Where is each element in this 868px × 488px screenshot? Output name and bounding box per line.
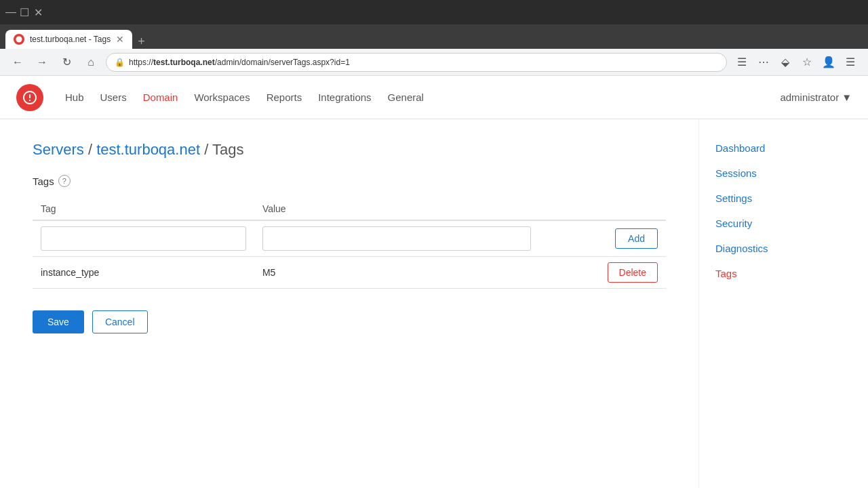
column-action: [539, 198, 666, 220]
section-title-text: Tags: [33, 176, 54, 187]
breadcrumb-server[interactable]: test.turboqa.net: [96, 141, 200, 158]
tab-close-button[interactable]: ✕: [116, 34, 124, 45]
reader-mode-button[interactable]: ☰: [732, 53, 751, 72]
extensions-button[interactable]: ⋯: [754, 53, 773, 72]
reload-button[interactable]: ↻: [57, 53, 76, 72]
tag-input-row: Add: [33, 220, 666, 257]
new-tab-button[interactable]: +: [132, 35, 151, 49]
nav-users[interactable]: Users: [100, 92, 127, 103]
main-nav: Hub Users Domain Workspaces Reports Inte…: [65, 92, 852, 103]
app-logo: [16, 84, 43, 111]
sidebar: Dashboard Sessions Settings Security Dia…: [698, 119, 868, 488]
forward-button[interactable]: →: [33, 53, 52, 72]
cancel-button[interactable]: Cancel: [92, 310, 148, 333]
nav-integrations[interactable]: Integrations: [318, 92, 371, 103]
pocket-button[interactable]: ⬙: [776, 53, 795, 72]
menu-button[interactable]: ☰: [841, 53, 860, 72]
browser-tab[interactable]: test.turboqa.net - Tags ✕: [5, 30, 132, 49]
add-tag-button[interactable]: Add: [615, 228, 658, 249]
table-row: instance_type M5 Delete: [33, 257, 666, 289]
maximize-button[interactable]: ☐: [19, 7, 30, 18]
minimize-button[interactable]: —: [5, 7, 16, 18]
svg-point-0: [16, 37, 22, 43]
sidebar-item-tags[interactable]: Tags: [699, 261, 868, 286]
home-button[interactable]: ⌂: [81, 53, 100, 72]
sidebar-item-settings[interactable]: Settings: [699, 186, 868, 211]
app-header: Hub Users Domain Workspaces Reports Inte…: [0, 76, 868, 119]
breadcrumb-servers[interactable]: Servers: [33, 141, 84, 158]
tags-table: Tag Value Add: [33, 198, 666, 289]
sidebar-item-diagnostics[interactable]: Diagnostics: [699, 236, 868, 261]
tag-value-cell: M5: [254, 257, 539, 289]
breadcrumb-current: Tags: [212, 141, 243, 158]
url-bar[interactable]: 🔒 https://test.turboqa.net/admin/domain/…: [106, 53, 727, 72]
nav-workspaces[interactable]: Workspaces: [194, 92, 250, 103]
chevron-down-icon: ▼: [842, 92, 852, 103]
user-name: administrator: [780, 92, 839, 103]
nav-reports[interactable]: Reports: [267, 92, 302, 103]
save-button[interactable]: Save: [33, 310, 84, 333]
column-tag: Tag: [33, 198, 254, 220]
content-area: Servers / test.turboqa.net / Tags Tags ?…: [0, 119, 698, 488]
url-domain: test.turboqa.net: [153, 58, 215, 67]
account-button[interactable]: 👤: [819, 53, 838, 72]
lock-icon: 🔒: [115, 58, 125, 67]
breadcrumb-separator-1: /: [88, 141, 96, 158]
back-button[interactable]: ←: [8, 53, 27, 72]
sidebar-item-security[interactable]: Security: [699, 211, 868, 236]
column-value: Value: [254, 198, 539, 220]
help-icon[interactable]: ?: [58, 175, 71, 187]
sidebar-item-dashboard[interactable]: Dashboard: [699, 136, 868, 161]
breadcrumb: Servers / test.turboqa.net / Tags: [33, 141, 666, 159]
user-menu[interactable]: administrator ▼: [780, 92, 852, 103]
action-buttons: Save Cancel: [33, 310, 666, 333]
section-title: Tags ?: [33, 175, 666, 187]
url-text: https://test.turboqa.net/admin/domain/se…: [129, 58, 718, 67]
bookmark-button[interactable]: ☆: [797, 53, 816, 72]
tab-title: test.turboqa.net - Tags: [30, 35, 111, 44]
nav-general[interactable]: General: [388, 92, 424, 103]
tag-name-input[interactable]: [41, 226, 246, 251]
breadcrumb-separator-2: /: [204, 141, 212, 158]
tab-favicon: [14, 34, 24, 45]
delete-tag-button[interactable]: Delete: [608, 262, 658, 283]
sidebar-item-sessions[interactable]: Sessions: [699, 161, 868, 186]
tag-value-input[interactable]: [262, 226, 531, 251]
nav-domain[interactable]: Domain: [143, 92, 178, 103]
close-button[interactable]: ✕: [33, 7, 43, 18]
tag-name-cell: instance_type: [33, 257, 254, 289]
nav-hub[interactable]: Hub: [65, 92, 84, 103]
